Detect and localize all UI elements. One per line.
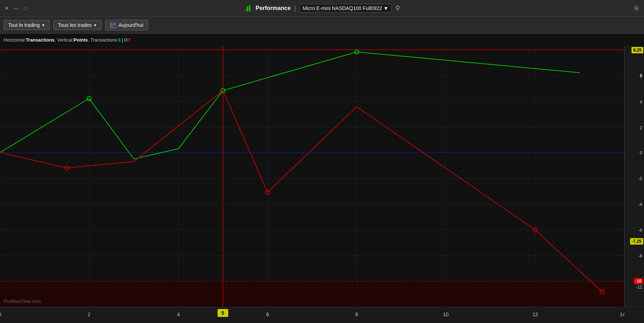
svg-rect-35 xyxy=(0,281,624,307)
minimize-button[interactable]: — xyxy=(13,5,19,11)
y-max-label: 8,25 xyxy=(631,47,643,53)
trading-filter-arrow: ▼ xyxy=(42,23,45,27)
date-filter-button[interactable]: Aujourd'hui xyxy=(105,20,148,30)
calendar-icon xyxy=(110,22,116,28)
titlebar: ✕ — □ Performance | Micro E-mini NASDAQ1… xyxy=(0,0,644,17)
x-axis: 0 2 4 5 6 8 10 12 14 xyxy=(0,307,644,323)
trades-filter-label: Tous les trades xyxy=(58,22,92,28)
chart-info-bar: Horizontal: Transactions , Vertical: Poi… xyxy=(0,34,644,46)
maximize-button[interactable]: □ xyxy=(22,5,29,11)
green-transactions: 6 xyxy=(118,37,121,43)
window-controls: ✕ — □ xyxy=(4,5,29,11)
trading-filter-label: Tout le trading xyxy=(8,22,40,28)
vertical-label: , Vertical: xyxy=(54,37,73,43)
y-label-4: 4 xyxy=(640,100,642,105)
y-min-label: -10 xyxy=(634,278,643,284)
titlebar-right: ⎘ xyxy=(635,5,639,12)
instrument-dropdown[interactable]: Micro E-mini NASDAQ100 Full0922 ▼ xyxy=(299,4,392,13)
trading-filter-button[interactable]: Tout le trading ▼ xyxy=(4,20,50,30)
performance-chart[interactable] xyxy=(0,46,624,307)
y-label-6: 6 xyxy=(640,74,642,79)
x-label-2: 2 xyxy=(88,312,91,317)
y-label-minus6: -6 xyxy=(638,228,642,233)
pin-icon[interactable]: ⚲ xyxy=(395,4,400,12)
transactions-label: , Transactions: xyxy=(88,37,118,43)
x-axis-labels: 0 2 4 5 6 8 10 12 14 xyxy=(0,307,624,320)
toolbar: Tout le trading ▼ Tous les trades ▼ Aujo… xyxy=(0,17,644,34)
chart-area: 8,25 8 6 4 2 0 -2 -4 -6 -7,25 -8 -10 -12… xyxy=(0,46,644,307)
y-label-minus8: -8 xyxy=(638,254,642,259)
watermark: ProRealTime.com xyxy=(4,299,41,304)
x-label-14: 14 xyxy=(620,312,624,317)
y-label-0: 0 xyxy=(640,150,642,155)
date-filter-label: Aujourd'hui xyxy=(118,22,143,28)
svg-rect-12 xyxy=(0,46,624,307)
svg-rect-9 xyxy=(114,25,115,26)
y-label-minus4: -4 xyxy=(638,202,642,207)
y-label-minus2: -2 xyxy=(638,176,642,181)
performance-icon xyxy=(244,4,252,12)
trades-filter-arrow: ▼ xyxy=(93,23,97,27)
horizontal-label: Horizontal: xyxy=(4,37,26,43)
x-label-5: 5 xyxy=(221,310,224,316)
y-label-2: 2 xyxy=(640,125,642,130)
x-label-10: 10 xyxy=(443,312,449,317)
x-label-8: 8 xyxy=(355,312,358,317)
close-button[interactable]: ✕ xyxy=(4,5,10,11)
separator: | xyxy=(122,37,123,43)
svg-rect-8 xyxy=(112,25,113,26)
svg-rect-7 xyxy=(111,25,112,26)
trades-filter-button[interactable]: Tous les trades ▼ xyxy=(53,20,102,30)
y-axis-right: 8,25 8 6 4 2 0 -2 -4 -6 -7,25 -8 -10 -12 xyxy=(624,46,644,307)
svg-rect-1 xyxy=(247,6,248,11)
titlebar-center: Performance | Micro E-mini NASDAQ100 Ful… xyxy=(244,4,400,13)
share-icon[interactable]: ⎘ xyxy=(635,5,639,12)
separator-icon: | xyxy=(294,5,296,12)
svg-rect-11 xyxy=(112,26,113,27)
svg-rect-2 xyxy=(249,5,250,11)
title-text: Performance xyxy=(255,5,291,11)
vertical-value: Points xyxy=(74,37,88,43)
red-transactions: 7 xyxy=(128,37,131,43)
y-label-minus12: -12 xyxy=(636,285,642,290)
svg-rect-10 xyxy=(111,26,112,27)
x-label-4: 4 xyxy=(177,312,180,317)
svg-rect-0 xyxy=(244,9,246,11)
x-label-12: 12 xyxy=(532,312,538,317)
y-current-label: -7,25 xyxy=(630,238,643,245)
x-label-0: 0 xyxy=(0,312,1,317)
x-label-6: 6 xyxy=(266,312,269,317)
horizontal-value: Transactions xyxy=(26,37,54,43)
zero-value: 0 xyxy=(124,37,127,43)
